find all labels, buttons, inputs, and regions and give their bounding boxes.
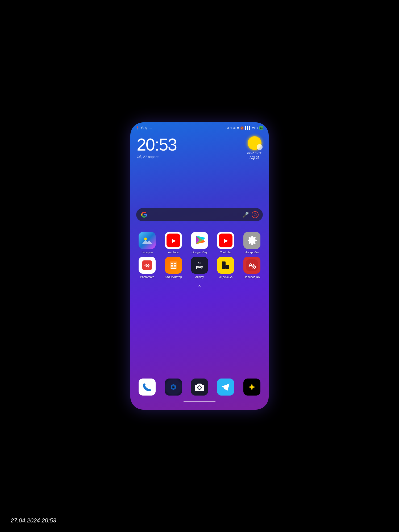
drawer-chevron-icon: ⌃ xyxy=(197,284,202,290)
search-bar[interactable]: 🎤 ⬡ xyxy=(136,208,263,221)
svg-rect-6 xyxy=(171,263,173,264)
photomath-icon: ✕ xyxy=(139,257,156,274)
battery-badge: 64 xyxy=(259,126,263,130)
spark-icon xyxy=(243,379,260,396)
weather-temp: 17°C xyxy=(255,151,262,155)
app-yandexgo[interactable]: ЯндексGo xyxy=(215,257,236,279)
clock-area: 20:53 Сб, 27 апреля Ясно 17°C AQI 25 xyxy=(130,134,269,163)
svg-rect-4 xyxy=(144,265,150,265)
svg-rect-7 xyxy=(174,263,176,264)
weather-sun-icon xyxy=(248,136,261,150)
drawer-handle[interactable]: ⌃ xyxy=(130,281,269,293)
status-right: 0,3 КБ/с ✱ 🔕 ▌▌▌ WiFi 64 xyxy=(225,126,263,130)
bluetooth-icon: ✱ xyxy=(237,126,239,130)
svg-text:✕: ✕ xyxy=(145,263,149,269)
settings-icon xyxy=(243,232,260,249)
dock-phone[interactable] xyxy=(136,379,158,397)
camera-front-icon xyxy=(165,379,182,396)
svg-rect-9 xyxy=(174,265,176,267)
calculator-icon xyxy=(165,257,182,274)
mute-icon: 🔕 xyxy=(240,126,244,130)
gallery-label: Галерея xyxy=(142,251,153,254)
mic-icon[interactable]: 🎤 xyxy=(242,211,249,218)
app-row-2: ✕ Photomath xyxy=(134,257,265,279)
app-row-1: Галерея YouTube xyxy=(134,232,265,254)
power-icon: ⏻ xyxy=(141,126,144,130)
data-speed: 0,3 КБ/с xyxy=(225,126,236,130)
clock-date: Сб, 27 апреля xyxy=(137,155,177,159)
youtube-2-icon xyxy=(217,232,234,249)
settings-status-icon: ◎ xyxy=(145,126,148,130)
settings-label: Настройки xyxy=(245,251,259,254)
svg-rect-12 xyxy=(222,261,226,269)
youtube-1-label: YouTube xyxy=(168,251,179,254)
status-left: 📍 ⏻ ◎ ··· xyxy=(136,126,152,130)
bottom-dock xyxy=(130,379,269,402)
wifi-icon: WiFi xyxy=(252,126,258,130)
app-youtube-2[interactable]: YouTube xyxy=(215,232,236,254)
location-icon: 📍 xyxy=(136,126,139,130)
yandexgo-label: ЯндексGo xyxy=(219,275,233,279)
app-photomath[interactable]: ✕ Photomath xyxy=(136,257,158,279)
clock-block: 20:53 Сб, 27 апреля xyxy=(137,136,177,159)
clock-time: 20:53 xyxy=(137,136,177,153)
svg-rect-13 xyxy=(226,265,229,269)
more-icon: ··· xyxy=(149,126,152,130)
translator-label: Переводчик xyxy=(244,275,260,279)
camera-icon xyxy=(191,379,208,396)
photo-timestamp: 27.04.2024 20:53 xyxy=(11,517,56,524)
lens-icon[interactable]: ⬡ xyxy=(252,211,259,218)
app-grid-row1: Галерея YouTube xyxy=(130,227,269,279)
yandexgo-icon xyxy=(217,257,234,274)
telegram-icon xyxy=(217,379,234,396)
app-googleplay[interactable]: Google Play xyxy=(189,232,210,254)
googleplay-icon xyxy=(191,232,208,249)
app-allplay[interactable]: allplay Allplay xyxy=(189,257,210,279)
app-youtube-1[interactable]: YouTube xyxy=(163,232,184,254)
svg-point-21 xyxy=(198,386,201,389)
app-gallery[interactable]: Галерея xyxy=(136,232,158,254)
dock-telegram[interactable] xyxy=(215,379,236,397)
googleplay-label: Google Play xyxy=(192,251,207,254)
svg-marker-22 xyxy=(248,383,256,391)
gallery-icon xyxy=(139,232,156,249)
weather-aqi: AQI 25 xyxy=(250,156,259,160)
home-bar xyxy=(184,401,215,402)
dock-camera-front[interactable] xyxy=(163,379,184,397)
app-calculator[interactable]: Калькулятор xyxy=(163,257,184,279)
phone-icon xyxy=(139,379,156,396)
dock-row xyxy=(134,379,265,397)
weather-condition: Ясно xyxy=(247,151,254,155)
youtube-1-icon xyxy=(165,232,182,249)
status-bar: 📍 ⏻ ◎ ··· 0,3 КБ/с ✱ 🔕 ▌▌▌ WiFi 64 xyxy=(130,122,269,132)
dock-camera[interactable] xyxy=(189,379,210,397)
svg-rect-8 xyxy=(171,265,173,267)
translator-icon: A あ xyxy=(243,257,260,274)
svg-point-0 xyxy=(144,238,147,240)
app-settings[interactable]: Настройки xyxy=(241,232,263,254)
calculator-label: Калькулятор xyxy=(165,275,182,279)
youtube-2-label: YouTube xyxy=(220,251,231,254)
allplay-label: Allplay xyxy=(195,275,204,279)
weather-info: Ясно 17°C AQI 25 xyxy=(247,151,262,160)
svg-point-20 xyxy=(173,386,174,387)
svg-text:あ: あ xyxy=(251,264,256,269)
svg-rect-10 xyxy=(171,268,176,269)
google-logo xyxy=(140,211,148,218)
search-bar-area: 🎤 ⬡ xyxy=(130,208,269,221)
weather-widget[interactable]: Ясно 17°C AQI 25 xyxy=(247,136,262,160)
phone-frame: 📍 ⏻ ◎ ··· 0,3 КБ/с ✱ 🔕 ▌▌▌ WiFi 64 20:53… xyxy=(130,122,269,410)
dock-spark[interactable] xyxy=(241,379,263,397)
photomath-label: Photomath xyxy=(140,275,154,279)
signal-icon: ▌▌▌ xyxy=(245,126,251,130)
app-translator[interactable]: A あ Переводчик xyxy=(241,257,263,279)
allplay-icon: allplay xyxy=(191,257,208,274)
